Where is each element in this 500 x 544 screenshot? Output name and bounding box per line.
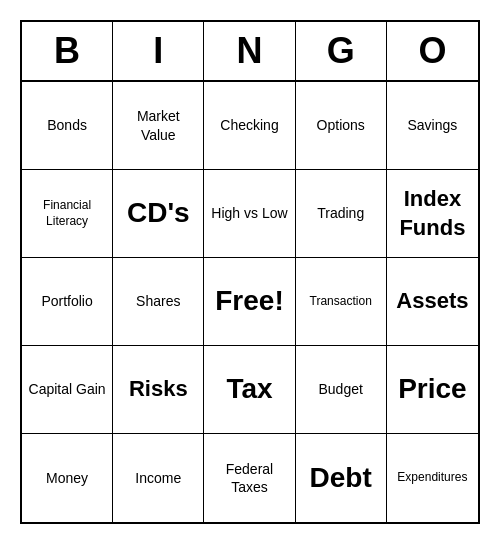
bingo-letter-I: I xyxy=(113,22,204,80)
bingo-cell-text-19: Price xyxy=(398,371,467,407)
bingo-cell-10: Portfolio xyxy=(22,258,113,346)
bingo-cell-4: Savings xyxy=(387,82,478,170)
bingo-cell-text-15: Capital Gain xyxy=(29,380,106,398)
bingo-cell-3: Options xyxy=(296,82,387,170)
bingo-card: BINGO BondsMarket ValueCheckingOptionsSa… xyxy=(20,20,480,524)
bingo-cell-text-13: Transaction xyxy=(310,294,372,310)
bingo-header: BINGO xyxy=(22,22,478,82)
bingo-cell-text-18: Budget xyxy=(319,380,363,398)
bingo-letter-O: O xyxy=(387,22,478,80)
bingo-letter-G: G xyxy=(296,22,387,80)
bingo-cell-text-2: Checking xyxy=(220,116,278,134)
bingo-cell-text-4: Savings xyxy=(407,116,457,134)
bingo-cell-15: Capital Gain xyxy=(22,346,113,434)
bingo-cell-text-14: Assets xyxy=(396,287,468,316)
bingo-cell-24: Expenditures xyxy=(387,434,478,522)
bingo-cell-19: Price xyxy=(387,346,478,434)
bingo-cell-text-3: Options xyxy=(317,116,365,134)
bingo-cell-text-12: Free! xyxy=(215,283,283,319)
bingo-cell-6: CD's xyxy=(113,170,204,258)
bingo-cell-text-1: Market Value xyxy=(119,107,197,143)
bingo-cell-text-9: Index Funds xyxy=(393,185,472,242)
bingo-cell-text-10: Portfolio xyxy=(41,292,92,310)
bingo-cell-1: Market Value xyxy=(113,82,204,170)
bingo-cell-13: Transaction xyxy=(296,258,387,346)
bingo-cell-0: Bonds xyxy=(22,82,113,170)
bingo-cell-23: Debt xyxy=(296,434,387,522)
bingo-cell-text-7: High vs Low xyxy=(211,204,287,222)
bingo-cell-text-11: Shares xyxy=(136,292,180,310)
bingo-cell-text-22: Federal Taxes xyxy=(210,460,288,496)
bingo-cell-text-8: Trading xyxy=(317,204,364,222)
bingo-cell-7: High vs Low xyxy=(204,170,295,258)
bingo-cell-9: Index Funds xyxy=(387,170,478,258)
bingo-letter-B: B xyxy=(22,22,113,80)
bingo-cell-21: Income xyxy=(113,434,204,522)
bingo-cell-17: Tax xyxy=(204,346,295,434)
bingo-cell-text-6: CD's xyxy=(127,195,190,231)
bingo-cell-20: Money xyxy=(22,434,113,522)
bingo-cell-11: Shares xyxy=(113,258,204,346)
bingo-cell-text-20: Money xyxy=(46,469,88,487)
bingo-cell-text-21: Income xyxy=(135,469,181,487)
bingo-cell-2: Checking xyxy=(204,82,295,170)
bingo-cell-text-5: Financial Literacy xyxy=(28,198,106,229)
bingo-cell-12: Free! xyxy=(204,258,295,346)
bingo-cell-text-17: Tax xyxy=(226,371,272,407)
bingo-letter-N: N xyxy=(204,22,295,80)
bingo-cell-5: Financial Literacy xyxy=(22,170,113,258)
bingo-cell-22: Federal Taxes xyxy=(204,434,295,522)
bingo-cell-text-24: Expenditures xyxy=(397,470,467,486)
bingo-cell-16: Risks xyxy=(113,346,204,434)
bingo-cell-18: Budget xyxy=(296,346,387,434)
bingo-grid: BondsMarket ValueCheckingOptionsSavingsF… xyxy=(22,82,478,522)
bingo-cell-text-0: Bonds xyxy=(47,116,87,134)
bingo-cell-8: Trading xyxy=(296,170,387,258)
bingo-cell-text-23: Debt xyxy=(310,460,372,496)
bingo-cell-text-16: Risks xyxy=(129,375,188,404)
bingo-cell-14: Assets xyxy=(387,258,478,346)
